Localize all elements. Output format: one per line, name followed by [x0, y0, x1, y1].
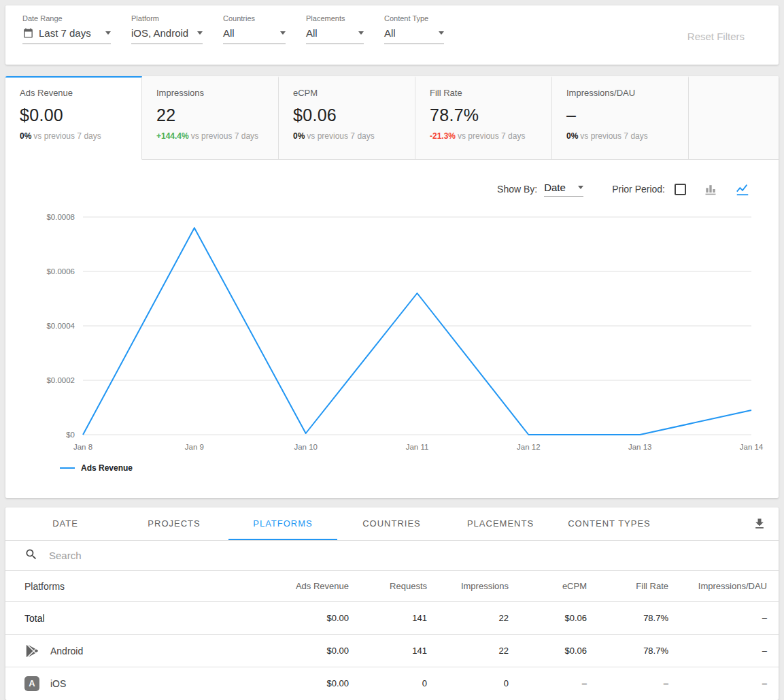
content-type-value: All — [384, 27, 439, 39]
cell-fill-rate: 78.7% — [587, 646, 668, 656]
svg-text:$0.0004: $0.0004 — [46, 322, 75, 330]
breakdown-tabs: DATE PROJECTS PLATFORMS COUNTRIES PLACEM… — [5, 507, 779, 541]
ads-revenue-line-chart: $0$0.0002$0.0004$0.0006$0.0008Jan 8Jan 9… — [5, 201, 779, 473]
metric-card-ads-revenue[interactable]: Ads Revenue $0.00 0%vs previous 7 days — [5, 76, 142, 160]
svg-text:Jan 14: Jan 14 — [740, 443, 764, 451]
svg-text:Jan 10: Jan 10 — [294, 443, 318, 451]
metric-delta-row: +144.4%vs previous 7 days — [156, 131, 269, 141]
chevron-down-icon — [439, 31, 444, 35]
cell-fill-rate: – — [587, 678, 668, 688]
column-header-platforms: Platforms — [24, 581, 267, 592]
tab-date[interactable]: DATE — [11, 507, 120, 540]
metric-tabs: Ads Revenue $0.00 0%vs previous 7 days I… — [5, 76, 779, 160]
column-header-fill-rate: Fill Rate — [587, 581, 668, 591]
cell-ads-revenue: $0.00 — [267, 646, 349, 656]
metric-label: Ads Revenue — [20, 88, 132, 98]
tab-content-types[interactable]: CONTENT TYPES — [555, 507, 664, 540]
search-icon — [24, 548, 38, 564]
table-row-ios[interactable]: A iOS $0.00 0 0 – – – — [5, 667, 779, 699]
svg-text:Jan 8: Jan 8 — [73, 443, 92, 451]
metric-delta-suffix: vs previous 7 days — [458, 131, 525, 141]
cell-impressions: 0 — [427, 678, 509, 688]
filter-platform: Platform iOS, Android — [131, 14, 203, 44]
metric-value: $0.06 — [293, 105, 405, 125]
metric-delta-row: 0%vs previous 7 days — [293, 131, 405, 141]
tab-platforms[interactable]: PLATFORMS — [228, 507, 337, 540]
row-name-cell: Total — [24, 613, 267, 624]
placements-label: Placements — [306, 14, 364, 22]
metric-delta-suffix: vs previous 7 days — [33, 131, 101, 141]
svg-text:$0.0002: $0.0002 — [46, 376, 75, 384]
column-header-impressions-dau: Impressions/DAU — [668, 581, 767, 591]
table-row-android[interactable]: Android $0.00 141 22 $0.06 78.7% – — [5, 634, 779, 667]
download-icon[interactable] — [740, 507, 779, 540]
countries-select[interactable]: All — [223, 27, 286, 44]
breakdown-table-card: DATE PROJECTS PLATFORMS COUNTRIES PLACEM… — [5, 507, 779, 700]
metric-delta-row: -21.3%vs previous 7 days — [430, 131, 542, 141]
metric-card-fill-rate[interactable]: Fill Rate 78.7% -21.3%vs previous 7 days — [415, 76, 552, 160]
filter-placements: Placements All — [306, 14, 364, 44]
countries-label: Countries — [223, 14, 286, 22]
date-range-select[interactable]: Last 7 days — [22, 27, 111, 44]
analytics-dashboard: Date Range Last 7 days Platform iOS, And… — [0, 0, 784, 700]
metric-value: $0.00 — [20, 105, 132, 125]
chevron-down-icon — [105, 31, 111, 35]
cell-ecpm: $0.06 — [509, 646, 587, 656]
cell-fill-rate: 78.7% — [587, 613, 668, 623]
placements-select[interactable]: All — [306, 27, 364, 44]
metric-tabs-filler — [689, 76, 779, 160]
cell-requests: 0 — [349, 678, 427, 688]
filter-bar: Date Range Last 7 days Platform iOS, And… — [5, 5, 779, 65]
chevron-down-icon — [280, 31, 286, 35]
row-name-cell: A iOS — [24, 676, 267, 691]
table-row-total[interactable]: Total $0.00 141 22 $0.06 78.7% – — [5, 601, 779, 634]
prior-period-label: Prior Period: — [612, 184, 665, 195]
metric-delta: 0% — [20, 131, 31, 141]
svg-text:Jan 12: Jan 12 — [517, 443, 541, 451]
column-header-requests: Requests — [349, 581, 427, 591]
show-by-select[interactable]: Date — [544, 182, 583, 197]
tab-projects[interactable]: PROJECTS — [120, 507, 228, 540]
search-input[interactable] — [49, 550, 760, 561]
row-name: Total — [24, 613, 45, 624]
line-chart-toggle-icon[interactable] — [735, 182, 750, 197]
metric-delta: 0% — [293, 131, 305, 141]
bar-chart-toggle-icon[interactable] — [704, 182, 717, 196]
show-by-label: Show By: — [497, 184, 537, 195]
content-type-select[interactable]: All — [384, 27, 444, 44]
column-header-ads-revenue: Ads Revenue — [267, 581, 349, 591]
tab-placements[interactable]: PLACEMENTS — [446, 507, 555, 540]
metric-delta-suffix: vs previous 7 days — [307, 131, 374, 141]
date-range-value: Last 7 days — [39, 27, 105, 39]
chart-controls: Show By: Date Prior Period: — [5, 160, 779, 201]
metric-card-impressions[interactable]: Impressions 22 +144.4%vs previous 7 days — [142, 76, 279, 160]
cell-ecpm: – — [509, 678, 587, 688]
legend-label: Ads Revenue — [81, 463, 133, 473]
metric-label: Impressions/DAU — [566, 88, 679, 98]
platform-select[interactable]: iOS, Android — [131, 27, 203, 44]
google-play-icon — [24, 644, 39, 659]
filter-countries: Countries All — [223, 14, 286, 44]
column-header-impressions: Impressions — [427, 581, 509, 591]
cell-impressions: 22 — [427, 646, 509, 656]
tabs-spacer — [664, 507, 740, 540]
placements-value: All — [306, 27, 358, 39]
table-search-row — [5, 541, 779, 571]
svg-text:Jan 13: Jan 13 — [628, 443, 652, 451]
cell-impressions-dau: – — [668, 678, 767, 688]
prior-period-checkbox[interactable] — [675, 184, 686, 195]
metric-card-impressions-dau[interactable]: Impressions/DAU – 0%vs previous 7 days — [552, 76, 689, 160]
cell-requests: 141 — [349, 646, 427, 656]
platform-value: iOS, Android — [131, 27, 197, 39]
svg-text:$0.0006: $0.0006 — [46, 267, 75, 276]
metrics-and-chart-card: Ads Revenue $0.00 0%vs previous 7 days I… — [5, 76, 779, 498]
metric-delta-suffix: vs previous 7 days — [191, 131, 258, 141]
metric-delta-suffix: vs previous 7 days — [580, 131, 647, 141]
row-name-cell: Android — [24, 644, 267, 659]
tab-countries[interactable]: COUNTRIES — [337, 507, 446, 540]
metric-delta: +144.4% — [156, 131, 189, 141]
cell-impressions-dau: – — [668, 613, 767, 623]
reset-filters-button[interactable]: Reset Filters — [687, 31, 745, 42]
chevron-down-icon — [197, 31, 203, 35]
metric-card-ecpm[interactable]: eCPM $0.06 0%vs previous 7 days — [279, 76, 415, 160]
